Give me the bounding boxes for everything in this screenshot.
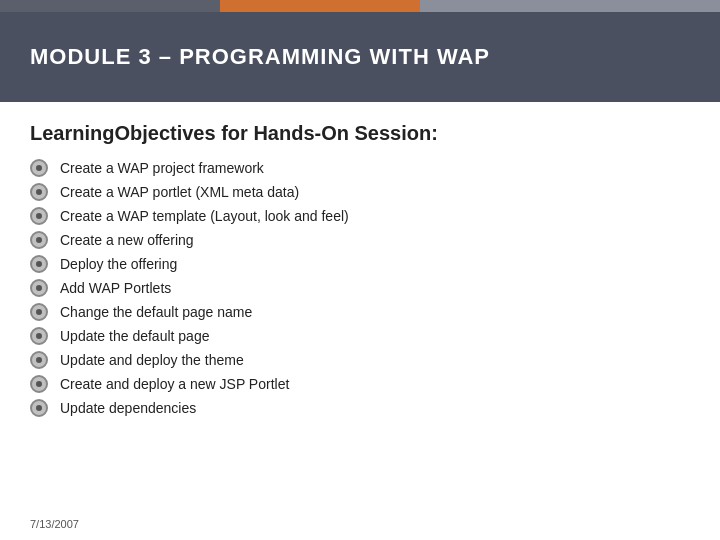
list-item-text: Update dependencies xyxy=(60,400,196,416)
slide-content: LearningObjectives for Hands-On Session:… xyxy=(0,102,720,433)
header-title: MODULE 3 – PROGRAMMING WITH WAP xyxy=(30,44,490,70)
bullet-icon xyxy=(30,183,48,201)
bullet-list: Create a WAP project frameworkCreate a W… xyxy=(30,159,690,417)
list-item-text: Create a new offering xyxy=(60,232,194,248)
list-item: Create a new offering xyxy=(30,231,690,249)
list-item: Create a WAP project framework xyxy=(30,159,690,177)
bullet-icon xyxy=(30,255,48,273)
list-item: Create a WAP portlet (XML meta data) xyxy=(30,183,690,201)
bullet-icon xyxy=(30,231,48,249)
bullet-icon xyxy=(30,351,48,369)
list-item: Deploy the offering xyxy=(30,255,690,273)
list-item: Create a WAP template (Layout, look and … xyxy=(30,207,690,225)
bullet-icon xyxy=(30,159,48,177)
section-title: LearningObjectives for Hands-On Session: xyxy=(30,122,690,145)
list-item: Update the default page xyxy=(30,327,690,345)
top-bar-segment-1 xyxy=(0,0,220,12)
top-bar-segment-2 xyxy=(220,0,420,12)
list-item-text: Update the default page xyxy=(60,328,209,344)
page-wrapper: MODULE 3 – PROGRAMMING WITH WAP Learning… xyxy=(0,0,720,540)
bullet-icon xyxy=(30,279,48,297)
list-item: Change the default page name xyxy=(30,303,690,321)
list-item: Create and deploy a new JSP Portlet xyxy=(30,375,690,393)
bullet-icon xyxy=(30,327,48,345)
list-item-text: Update and deploy the theme xyxy=(60,352,244,368)
top-bar xyxy=(0,0,720,12)
list-item-text: Deploy the offering xyxy=(60,256,177,272)
bullet-icon xyxy=(30,207,48,225)
list-item-text: Create a WAP project framework xyxy=(60,160,264,176)
list-item: Add WAP Portlets xyxy=(30,279,690,297)
list-item-text: Create a WAP template (Layout, look and … xyxy=(60,208,349,224)
bullet-icon xyxy=(30,375,48,393)
list-item-text: Create and deploy a new JSP Portlet xyxy=(60,376,289,392)
list-item: Update and deploy the theme xyxy=(30,351,690,369)
list-item-text: Add WAP Portlets xyxy=(60,280,171,296)
list-item: Update dependencies xyxy=(30,399,690,417)
list-item-text: Change the default page name xyxy=(60,304,252,320)
top-bar-segment-3 xyxy=(420,0,720,12)
slide-header: MODULE 3 – PROGRAMMING WITH WAP xyxy=(0,12,720,102)
bullet-icon xyxy=(30,303,48,321)
list-item-text: Create a WAP portlet (XML meta data) xyxy=(60,184,299,200)
bullet-icon xyxy=(30,399,48,417)
footer-date: 7/13/2007 xyxy=(30,518,79,530)
